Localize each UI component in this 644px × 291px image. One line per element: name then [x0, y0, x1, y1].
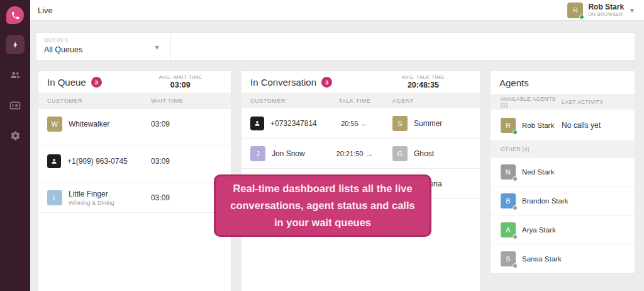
- agent-row: N Ned Stark: [491, 157, 635, 186]
- agent-name: Summer: [414, 119, 442, 128]
- phone-logo-icon[interactable]: [6, 6, 24, 24]
- chevron-down-icon: ▼: [153, 43, 160, 51]
- agent-avatar: A: [501, 222, 516, 237]
- tooltip-line: conversations, agent status and calls: [230, 197, 414, 214]
- queue-row: W Whitewalker 03:09: [38, 108, 231, 139]
- agent-last-activity: No calls yet: [562, 121, 625, 130]
- people-icon: [9, 70, 21, 80]
- customer-name: Little Finger: [69, 190, 114, 198]
- agent-row: A Arya Stark: [491, 215, 635, 244]
- top-header: Live R Rob Stark ON BROWSER ▼: [30, 0, 644, 21]
- offline-status-dot: [513, 205, 518, 210]
- in-queue-title: In Queue: [47, 77, 86, 88]
- wait-time-value: 03:09: [151, 193, 222, 202]
- outgoing-call-arrow-icon: →: [365, 149, 373, 158]
- agent-name: Arya Stark: [522, 226, 556, 234]
- agent-avatar: B: [501, 193, 516, 208]
- agent-name: Ghost: [414, 149, 434, 158]
- agent-avatar: G: [392, 146, 408, 161]
- contact-icon: [250, 117, 264, 130]
- chevron-down-icon: ▼: [629, 7, 635, 14]
- queues-filter-bar: QUEUES All Queues ▼: [36, 32, 635, 60]
- wait-time-value: 03:09: [151, 120, 222, 128]
- agent-avatar: N: [501, 164, 516, 180]
- customer-name: +0732347814: [270, 119, 317, 128]
- card-list-icon: [9, 101, 21, 110]
- user-status: ON BROWSER: [588, 11, 624, 17]
- avg-talk-time-value: 20:48:35: [402, 81, 445, 89]
- sidebar-item-agents[interactable]: [6, 66, 25, 84]
- offline-status-dot: [513, 234, 518, 239]
- customer-name: Jon Snow: [272, 149, 305, 158]
- sidebar-item-call-logs[interactable]: [6, 96, 25, 115]
- wait-time-value: 03:09: [151, 157, 222, 166]
- customer-avatar: W: [47, 117, 62, 132]
- talk-time-value: 20:21:50→: [317, 149, 392, 158]
- agent-avatar: S: [392, 116, 408, 131]
- queue-row: +1(909) 963-0745 03:09: [38, 146, 231, 176]
- in-conversation-title: In Conversation: [250, 77, 316, 88]
- column-header-available-agents: AVAILABLE AGENTS (1): [501, 96, 562, 108]
- avg-talk-time-label: AVG. TALK TIME: [402, 74, 445, 80]
- sidebar: [0, 0, 30, 291]
- agent-name: Sansa Stark: [522, 255, 562, 263]
- sidebar-item-settings[interactable]: [6, 126, 25, 145]
- customer-avatar: L: [47, 190, 62, 205]
- user-avatar: R: [567, 3, 583, 18]
- agent-avatar: S: [501, 251, 516, 266]
- contact-icon: [47, 154, 61, 168]
- online-status-dot: [579, 14, 584, 20]
- column-header-talk-time: TALK TIME: [317, 98, 392, 104]
- user-name: Rob Stark: [588, 3, 624, 11]
- queues-dropdown-label: QUEUES: [44, 37, 163, 43]
- queues-dropdown-value: All Queues: [44, 45, 163, 54]
- offline-status-dot: [513, 176, 518, 181]
- online-status-dot: [513, 130, 518, 135]
- column-header-wait-time: WAIT TIME: [151, 98, 222, 104]
- other-agents-header: OTHER (4): [491, 141, 635, 157]
- agent-name: Rob Stark: [522, 122, 554, 129]
- agent-row: R Rob Stark No calls yet: [491, 110, 635, 141]
- avg-wait-time-value: 03:09: [159, 81, 203, 89]
- customer-name: Whitewalker: [69, 120, 109, 128]
- avg-wait-time-label: AVG. WAIT TIME: [159, 74, 203, 80]
- conversation-row: J Jon Snow 20:21:50→ G Ghost: [242, 139, 480, 169]
- in-queue-count-badge: 3: [91, 77, 102, 88]
- queues-dropdown[interactable]: QUEUES All Queues ▼: [36, 33, 171, 60]
- gear-icon: [10, 130, 21, 141]
- customer-company: Whining & Dining: [69, 199, 114, 206]
- offline-status-dot: [513, 263, 518, 268]
- customer-name: +1(909) 963-0745: [67, 157, 128, 166]
- lightning-icon: [11, 40, 19, 50]
- queue-row: L Little Finger Whining & Dining 03:09: [38, 183, 231, 213]
- in-conversation-count-badge: 3: [321, 77, 332, 88]
- conversation-row: +0732347814 20:55← S Summer: [242, 108, 480, 139]
- column-header-last-activity: LAST ACTIVITY: [562, 99, 625, 105]
- page-title: Live: [38, 6, 53, 15]
- agent-name: Brandon Stark: [522, 197, 569, 205]
- agent-avatar: R: [501, 118, 516, 133]
- agent-name: Ned Stark: [522, 168, 554, 176]
- agent-row: B Brandon Stark: [491, 186, 635, 215]
- user-menu[interactable]: R Rob Stark ON BROWSER ▼: [567, 3, 635, 18]
- incoming-call-arrow-icon: ←: [361, 119, 369, 128]
- onboarding-tooltip: Real-time dashboard lists all the live c…: [214, 174, 431, 237]
- tooltip-line: Real-time dashboard lists all the live: [233, 180, 412, 197]
- agent-row: S Sansa Stark: [491, 244, 635, 273]
- sidebar-item-live[interactable]: [6, 35, 25, 54]
- agents-panel: Agents AVAILABLE AGENTS (1) LAST ACTIVIT…: [490, 71, 635, 273]
- in-queue-panel: In Queue 3 AVG. WAIT TIME 03:09 CUSTOMER…: [38, 71, 231, 291]
- talk-time-value: 20:55←: [317, 119, 392, 128]
- agents-title: Agents: [499, 77, 529, 88]
- tooltip-line: in your wait queues: [274, 214, 371, 231]
- column-header-customer: CUSTOMER: [250, 98, 317, 104]
- customer-avatar: J: [250, 146, 265, 161]
- column-header-customer: CUSTOMER: [47, 98, 151, 104]
- column-header-agent: AGENT: [392, 98, 471, 104]
